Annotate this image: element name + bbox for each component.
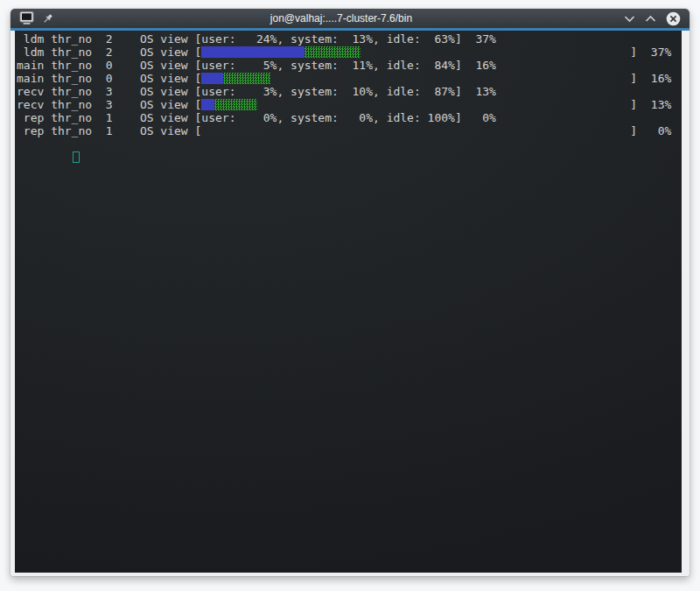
bar-line-prefix: ldm thr_no 2 OS view [ — [17, 46, 201, 59]
bar-line-prefix: rep thr_no 1 OS view [ — [17, 124, 201, 137]
close-icon — [666, 11, 681, 26]
user-bar-fill — [201, 46, 304, 58]
thread-usage-bar-line: rep thr_no 1 OS view [] 0% — [17, 124, 682, 137]
system-bar-fill — [214, 99, 257, 110]
titlebar[interactable]: jon@valhaj:....7-cluster-7.6/bin — [10, 9, 690, 28]
user-bar-fill — [201, 73, 223, 84]
thumbtack-icon — [42, 13, 53, 25]
thread-stats-line: rep thr_no 1 OS view [user: 0%, system: … — [17, 111, 682, 124]
bar-line-suffix: ] 16% — [630, 72, 671, 85]
thread-usage-bar-line: main thr_no 0 OS view [] 16% — [17, 72, 682, 85]
cursor-line — [17, 137, 682, 151]
system-bar-fill — [304, 46, 360, 58]
bar-line-suffix: ] 13% — [630, 98, 671, 111]
bar-line-suffix: ] 37% — [630, 46, 671, 59]
terminal-window: jon@valhaj:....7-cluster-7.6/bin — [10, 9, 690, 576]
usage-bar-track — [201, 73, 630, 84]
thread-usage-bar-line: ldm thr_no 2 OS view [] 37% — [17, 46, 682, 59]
system-bar-fill — [223, 73, 270, 84]
usage-bar-track — [201, 125, 630, 137]
monitor-icon — [19, 11, 34, 25]
user-bar-fill — [201, 99, 214, 110]
window-frame: ldm thr_no 2 OS view [user: 24%, system:… — [10, 31, 690, 576]
bar-line-prefix: main thr_no 0 OS view [ — [17, 72, 201, 85]
konsole-app-icon[interactable] — [19, 11, 34, 25]
usage-bar-track — [201, 46, 630, 58]
bar-line-prefix: recv thr_no 3 OS view [ — [17, 98, 201, 111]
terminal-cursor — [73, 151, 80, 163]
thread-stats-line: ldm thr_no 2 OS view [user: 24%, system:… — [17, 32, 682, 46]
thread-stats-line: recv thr_no 3 OS view [user: 3%, system:… — [17, 85, 682, 98]
chevron-up-icon — [645, 15, 656, 23]
thread-stats-line: main thr_no 0 OS view [user: 5%, system:… — [17, 59, 682, 72]
usage-bar-track — [201, 99, 630, 110]
terminal-screen[interactable]: ldm thr_no 2 OS view [user: 24%, system:… — [15, 31, 682, 573]
bar-line-suffix: ] 0% — [630, 124, 671, 137]
close-button[interactable] — [666, 11, 681, 26]
minimize-button[interactable] — [624, 15, 635, 23]
maximize-button[interactable] — [645, 15, 656, 23]
window-title: jon@valhaj:....7-cluster-7.6/bin — [63, 9, 620, 28]
pin-icon[interactable] — [42, 13, 53, 25]
chevron-down-icon — [624, 15, 635, 23]
thread-usage-bar-line: recv thr_no 3 OS view [] 13% — [17, 98, 682, 111]
